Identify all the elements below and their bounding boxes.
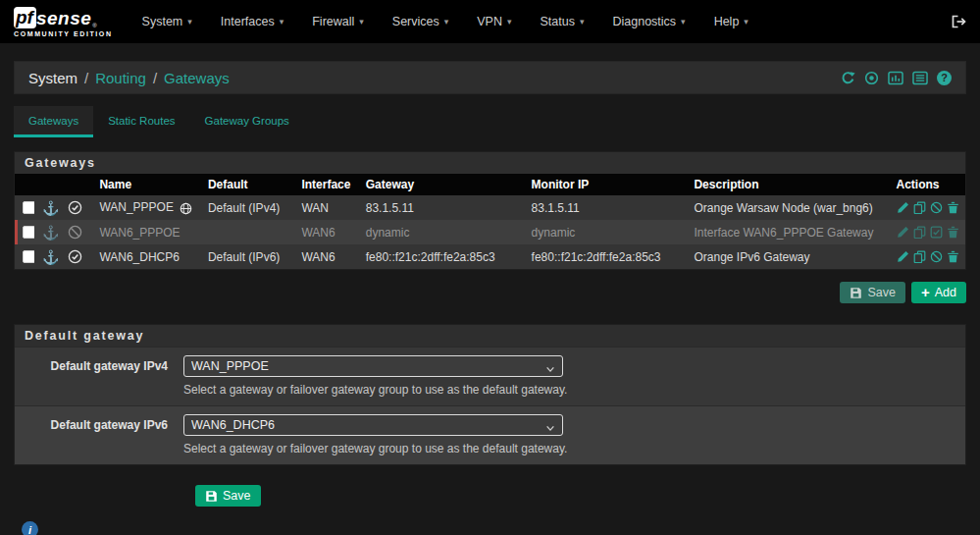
pfsense-logo-sense: sense [36,8,91,28]
menu-label: VPN [477,15,502,28]
gateway-default [200,220,293,244]
default-gateway-ipv6-label: Default gateway IPv6 [15,414,183,455]
drag-anchor-icon[interactable]: ⚓ [42,200,59,216]
pfsense-logo-pf: pf [14,7,36,28]
disable-icon[interactable] [930,250,943,263]
row-checkbox[interactable] [23,250,34,263]
column-header-interface: Interface [293,174,357,195]
header-status-col [60,174,91,195]
community-edition-label: COMMUNITY EDITION [14,30,113,37]
table-row: ⚓ WAN6_DHCP6 Default (IPv6) WAN6 fe80::f… [15,244,965,269]
menu-label: Interfaces [221,15,275,28]
tab-gateways[interactable]: Gateways [14,106,93,137]
menu-status[interactable]: Status ▾ [541,15,585,28]
default-gateway-panel: Default gateway Default gateway IPv4 WAN… [14,324,966,465]
drag-anchor-icon[interactable]: ⚓ [42,249,59,265]
row-checkbox[interactable] [23,226,34,239]
drag-anchor-icon[interactable]: ⚓ [42,225,59,241]
field-default-gateway-ipv4: Default gateway IPv4 WAN_PPPOE Select a … [15,347,965,405]
tab-gateway-groups[interactable]: Gateway Groups [190,106,304,137]
gateways-table: Name Default Interface Gateway Monitor I… [15,174,965,269]
log-list-icon[interactable] [912,71,928,85]
refresh-icon[interactable] [841,71,855,85]
caret-down-icon: ▾ [744,17,748,27]
gateway-enabled-icon [68,200,82,214]
header-anchor-col [34,174,60,195]
gateway-address: fe80::f21c:2dff:fe2a:85c3 [358,244,524,269]
field-default-gateway-ipv6: Default gateway IPv6 WAN6_DHCP6 Select a… [15,405,965,464]
menu-interfaces[interactable]: Interfaces ▾ [221,15,284,28]
column-header-default: Default [200,174,293,195]
save-order-label: Save [867,286,896,299]
sign-out-icon[interactable] [951,14,966,29]
save-order-button[interactable]: Save [840,282,905,303]
menu-services[interactable]: Services ▾ [392,15,448,28]
save-default-gateway-button[interactable]: Save [195,485,261,507]
breadcrumb: System / Routing / Gateways ? [14,61,966,94]
gateway-monitor-ip: dynamic [524,220,687,244]
column-header-actions: Actions [889,174,965,195]
main-menu: System ▾ Interfaces ▾ Firewall ▾ Service… [142,15,748,28]
gateway-name: WAN6_PPPOE [99,226,180,240]
gateway-interface: WAN [293,195,357,220]
column-header-gateway: Gateway [358,174,524,195]
delete-icon[interactable] [947,226,959,239]
gateway-default: Default (IPv4) [200,195,293,220]
gateways-panel: Gateways Name Default Interface Gateway … [14,151,966,270]
gateways-panel-title: Gateways [15,152,965,174]
gateway-name: WAN_PPPOE [99,200,174,214]
floppy-icon [205,490,218,503]
gateway-monitor-ip: fe80::f21c:2dff:fe2a:85c3 [524,244,687,269]
default-gateway-ipv6-select[interactable]: WAN6_DHCP6 [183,414,563,436]
breadcrumb-system: System [28,70,77,86]
row-checkbox[interactable] [23,201,34,214]
copy-icon[interactable] [913,201,926,214]
monitoring-chart-icon[interactable] [888,71,903,85]
edit-icon[interactable] [897,250,909,263]
pfsense-logo[interactable]: pfsense® COMMUNITY EDITION [14,7,113,37]
edit-icon[interactable] [897,226,909,239]
disable-icon[interactable] [930,201,943,214]
copy-icon[interactable] [913,226,926,239]
menu-label: System [142,15,183,28]
column-header-monitor-ip: Monitor IP [524,174,687,195]
header-checkbox-col [15,174,34,195]
default-gateway-ipv4-select[interactable]: WAN_PPPOE [183,355,563,377]
default-gateway-ipv6-help: Select a gateway or failover gateway gro… [183,442,954,455]
menu-diagnostics[interactable]: Diagnostics ▾ [612,15,685,28]
status-record-icon[interactable] [864,71,879,85]
caret-down-icon: ▾ [359,17,364,27]
registered-mark: ® [92,23,96,28]
column-header-description: Description [686,174,888,195]
tab-static-routes[interactable]: Static Routes [93,106,189,137]
menu-firewall[interactable]: Firewall ▾ [312,15,364,28]
info-icon[interactable]: i [22,521,38,535]
save-default-gateway-label: Save [223,489,251,503]
menu-system[interactable]: System ▾ [142,15,192,28]
delete-icon[interactable] [947,201,959,214]
caret-down-icon: ▾ [681,17,686,27]
breadcrumb-separator: / [84,70,88,86]
menu-vpn[interactable]: VPN ▾ [477,15,511,28]
enable-icon[interactable] [930,226,943,239]
globe-default-icon [180,200,192,214]
add-gateway-button[interactable]: + Add [911,282,966,303]
help-icon[interactable]: ? [937,71,952,85]
gateway-monitor-ip: 83.1.5.11 [524,195,687,220]
caret-down-icon: ▾ [444,17,449,27]
breadcrumb-routing-link[interactable]: Routing [95,70,146,86]
breadcrumb-separator: / [153,70,157,86]
edit-icon[interactable] [897,201,909,214]
routing-tabs: Gateways Static Routes Gateway Groups [14,106,966,137]
menu-help[interactable]: Help ▾ [714,15,748,28]
menu-label: Diagnostics [612,15,676,28]
caret-down-icon: ▾ [187,17,192,27]
delete-icon[interactable] [947,250,959,263]
gateway-description: Orange IPv6 Gateway [686,244,888,269]
default-gateway-ipv4-label: Default gateway IPv4 [15,355,183,397]
caret-down-icon: ▾ [580,17,585,27]
gateway-default: Default (IPv6) [200,244,293,269]
floppy-icon [850,287,862,299]
breadcrumb-gateways-link[interactable]: Gateways [164,70,230,86]
copy-icon[interactable] [913,250,926,263]
